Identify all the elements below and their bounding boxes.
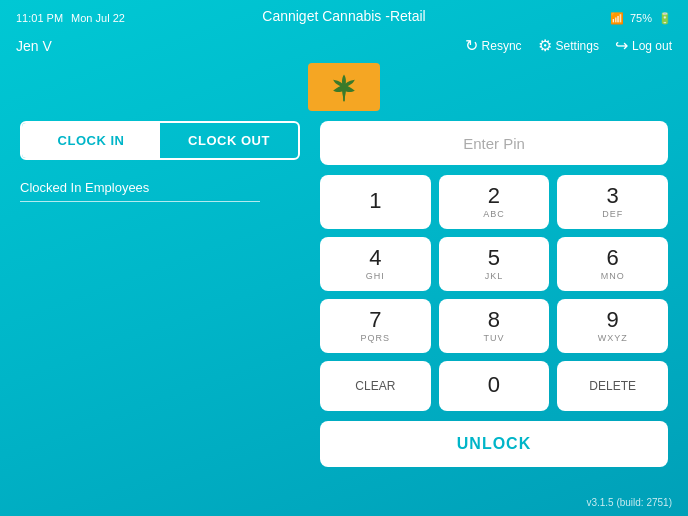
key-5[interactable]: 5 JKL bbox=[439, 237, 550, 291]
battery-icon: 🔋 bbox=[658, 12, 672, 25]
key-1[interactable]: 1 bbox=[320, 175, 431, 229]
wifi-icon: 📶 bbox=[610, 12, 624, 25]
svg-rect-0 bbox=[343, 96, 345, 101]
settings-label: Settings bbox=[556, 39, 599, 53]
key-9[interactable]: 9 WXYZ bbox=[557, 299, 668, 353]
key-4[interactable]: 4 GHI bbox=[320, 237, 431, 291]
key-6[interactable]: 6 MNO bbox=[557, 237, 668, 291]
key-3[interactable]: 3 DEF bbox=[557, 175, 668, 229]
clocked-in-label: Clocked In Employees bbox=[20, 180, 260, 202]
logo-box bbox=[308, 63, 380, 111]
battery-display: 75% bbox=[630, 12, 652, 24]
time-display: 11:01 PM bbox=[16, 12, 63, 24]
left-panel: CLOCK IN CLOCK OUT Clocked In Employees bbox=[20, 121, 300, 467]
cannabis-leaf-icon bbox=[326, 69, 362, 105]
resync-button[interactable]: ↻ Resync bbox=[465, 36, 522, 55]
main-content: CLOCK IN CLOCK OUT Clocked In Employees … bbox=[0, 121, 688, 467]
logo-area bbox=[0, 63, 688, 111]
version-info: v3.1.5 (build: 2751) bbox=[586, 497, 672, 508]
settings-button[interactable]: ⚙ Settings bbox=[538, 36, 599, 55]
key-2[interactable]: 2 ABC bbox=[439, 175, 550, 229]
keypad-grid: 1 2 ABC 3 DEF 4 GHI 5 JKL 6 MNO bbox=[320, 175, 668, 411]
pin-display[interactable]: Enter Pin bbox=[320, 121, 668, 165]
key-0[interactable]: 0 bbox=[439, 361, 550, 411]
key-8[interactable]: 8 TUV bbox=[439, 299, 550, 353]
user-name: Jen V bbox=[16, 38, 52, 54]
date-display: Mon Jul 22 bbox=[71, 12, 125, 24]
key-delete[interactable]: DELETE bbox=[557, 361, 668, 411]
clock-tabs: CLOCK IN CLOCK OUT bbox=[20, 121, 300, 160]
key-clear[interactable]: CLEAR bbox=[320, 361, 431, 411]
resync-label: Resync bbox=[482, 39, 522, 53]
gear-icon: ⚙ bbox=[538, 36, 552, 55]
unlock-button[interactable]: UNLOCK bbox=[320, 421, 668, 467]
resync-icon: ↻ bbox=[465, 36, 478, 55]
app-title: Canniget Cannabis -Retail bbox=[262, 8, 425, 24]
pin-placeholder: Enter Pin bbox=[463, 135, 525, 152]
logout-label: Log out bbox=[632, 39, 672, 53]
logout-icon: ↪ bbox=[615, 36, 628, 55]
clock-in-tab[interactable]: CLOCK IN bbox=[22, 123, 160, 158]
header: 11:01 PM Mon Jul 22 Canniget Cannabis -R… bbox=[0, 0, 688, 36]
key-7[interactable]: 7 PQRS bbox=[320, 299, 431, 353]
keypad-panel: Enter Pin 1 2 ABC 3 DEF 4 GHI 5 bbox=[320, 121, 668, 467]
clock-out-tab[interactable]: CLOCK OUT bbox=[160, 123, 298, 158]
logout-button[interactable]: ↪ Log out bbox=[615, 36, 672, 55]
